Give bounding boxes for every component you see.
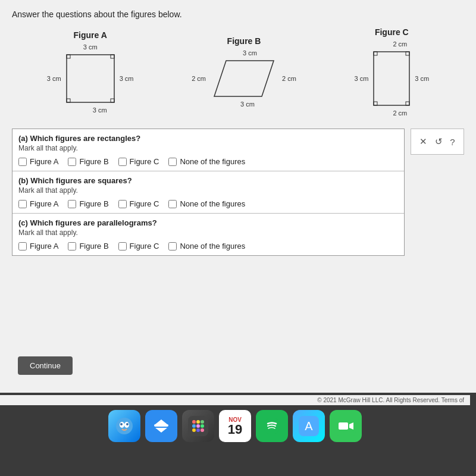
svg-point-25 [196, 424, 200, 428]
qc-option-figure-a[interactable]: Figure A [18, 242, 58, 250]
figure-a-container: Figure A 3 cm 3 cm [45, 30, 136, 114]
svg-point-15 [126, 423, 129, 425]
question-b-options: Figure A Figure B Figure C None of the f… [18, 199, 398, 208]
qc-checkbox-figure-c[interactable] [118, 242, 127, 250]
zoom-icon[interactable] [145, 410, 177, 442]
spotify-icon[interactable] [256, 410, 288, 442]
figure-a-bottom-dim: 3 cm [64, 107, 136, 114]
qc-option-figure-b[interactable]: Figure B [68, 242, 108, 250]
controls-box: ✕ ↺ ? [411, 129, 464, 155]
svg-rect-0 [67, 55, 114, 102]
figure-a-top-dim: 3 cm [45, 43, 136, 51]
svg-point-28 [196, 428, 200, 432]
svg-point-30 [264, 418, 280, 434]
svg-marker-5 [214, 61, 274, 96]
svg-rect-1 [67, 55, 70, 58]
question-a-section: (a) Which figures are rectangles? Mark a… [12, 129, 404, 171]
questions-wrapper: (a) Which figures are rectangles? Mark a… [12, 129, 464, 256]
question-a-title: (a) Which figures are rectangles? [18, 134, 398, 143]
launchpad-icon[interactable] [182, 410, 214, 442]
qb-option-figure-a[interactable]: Figure A [18, 199, 58, 208]
qb-checkbox-figure-c[interactable] [118, 200, 127, 208]
svg-point-14 [120, 423, 123, 425]
qc-checkbox-none[interactable] [168, 242, 177, 250]
qb-checkbox-figure-a[interactable] [18, 200, 27, 208]
figure-b-right-dim: 2 cm [282, 75, 299, 82]
qa-checkbox-none[interactable] [168, 158, 177, 166]
svg-point-22 [196, 420, 200, 424]
qa-option-figure-a[interactable]: Figure A [18, 157, 58, 166]
svg-rect-17 [154, 424, 168, 427]
question-c-subtitle: Mark all that apply. [18, 228, 398, 237]
svg-rect-8 [406, 52, 409, 55]
figure-c-svg [371, 49, 412, 108]
question-c-section: (c) Which figures are parallelograms? Ma… [12, 214, 404, 255]
svg-rect-9 [374, 102, 377, 105]
qa-option-figure-b[interactable]: Figure B [68, 157, 108, 166]
figure-c-label: Figure C [375, 27, 409, 37]
svg-rect-3 [67, 99, 70, 102]
figure-c-left-dim: 3 cm [352, 75, 368, 82]
question-a-options: Figure A Figure B Figure C None of the f… [18, 157, 398, 166]
main-content: Answer the questions about the figures b… [0, 0, 476, 393]
svg-rect-2 [111, 55, 114, 58]
continue-button[interactable]: Continue [18, 356, 73, 375]
figure-b-svg [208, 58, 280, 99]
question-b-subtitle: Mark all that apply. [18, 186, 398, 195]
qa-checkbox-figure-a[interactable] [18, 158, 27, 166]
figure-b-bottom-dim: 3 cm [196, 101, 299, 108]
question-a-subtitle: Mark all that apply. [18, 144, 398, 152]
figure-c-container: Figure C 2 cm 3 cm 3 cm 2 cm [352, 27, 431, 117]
qc-checkbox-figure-a[interactable] [18, 242, 27, 250]
svg-point-23 [201, 420, 204, 424]
undo-button[interactable]: ↺ [433, 135, 445, 148]
svg-point-29 [201, 428, 204, 432]
figure-c-top-dim: 2 cm [368, 40, 431, 48]
figure-b-left-dim: 2 cm [189, 75, 206, 82]
qb-checkbox-none[interactable] [168, 200, 177, 208]
qb-checkbox-figure-b[interactable] [68, 200, 76, 208]
qb-option-figure-c[interactable]: Figure C [118, 199, 159, 208]
svg-rect-7 [374, 52, 377, 55]
facetime-icon[interactable] [330, 410, 362, 442]
svg-rect-10 [406, 102, 409, 105]
close-button[interactable]: ✕ [417, 135, 430, 148]
qc-checkbox-figure-b[interactable] [68, 242, 76, 250]
figure-b-container: Figure B 3 cm 2 cm 2 cm 3 cm [189, 36, 299, 108]
calendar-icon[interactable]: NOV 19 [219, 410, 251, 442]
figure-a-svg [64, 52, 117, 105]
svg-text:A: A [305, 419, 313, 433]
copyright-bar: © 2021 McGraw Hill LLC. All Rights Reser… [0, 395, 470, 405]
qa-checkbox-figure-c[interactable] [118, 158, 127, 166]
figure-a-left-dim: 3 cm [45, 75, 61, 82]
svg-point-26 [201, 424, 204, 428]
qc-option-figure-c[interactable]: Figure C [118, 242, 159, 250]
svg-point-11 [116, 418, 133, 434]
figure-b-top-dim: 3 cm [201, 49, 299, 57]
qa-option-figure-c[interactable]: Figure C [118, 157, 159, 166]
finder-icon[interactable] [108, 410, 140, 442]
figure-c-right-dim: 3 cm [415, 75, 431, 82]
qa-checkbox-figure-b[interactable] [68, 158, 76, 166]
svg-point-21 [192, 420, 196, 424]
figure-a-label: Figure A [74, 30, 107, 40]
appstore-icon[interactable]: A [293, 410, 325, 442]
qb-option-figure-b[interactable]: Figure B [68, 199, 108, 208]
calendar-day: 19 [228, 423, 242, 436]
dock: NOV 19 A [0, 405, 470, 444]
qb-option-none[interactable]: None of the figures [168, 199, 245, 208]
svg-rect-4 [111, 99, 114, 102]
svg-point-27 [192, 428, 196, 432]
question-b-title: (b) Which figures are squares? [18, 176, 398, 185]
qc-option-none[interactable]: None of the figures [168, 242, 245, 250]
questions-box: (a) Which figures are rectangles? Mark a… [12, 129, 405, 256]
help-button[interactable]: ? [447, 136, 457, 148]
footer-bar: © 2021 McGraw Hill LLC. All Rights Reser… [0, 393, 476, 476]
qa-option-none[interactable]: None of the figures [168, 157, 245, 166]
question-b-section: (b) Which figures are squares? Mark all … [12, 171, 404, 214]
figure-b-label: Figure B [227, 36, 261, 46]
instruction-text: Answer the questions about the figures b… [12, 10, 464, 19]
question-c-title: (c) Which figures are parallelograms? [18, 218, 398, 227]
svg-point-24 [192, 424, 196, 428]
svg-rect-34 [339, 422, 348, 430]
